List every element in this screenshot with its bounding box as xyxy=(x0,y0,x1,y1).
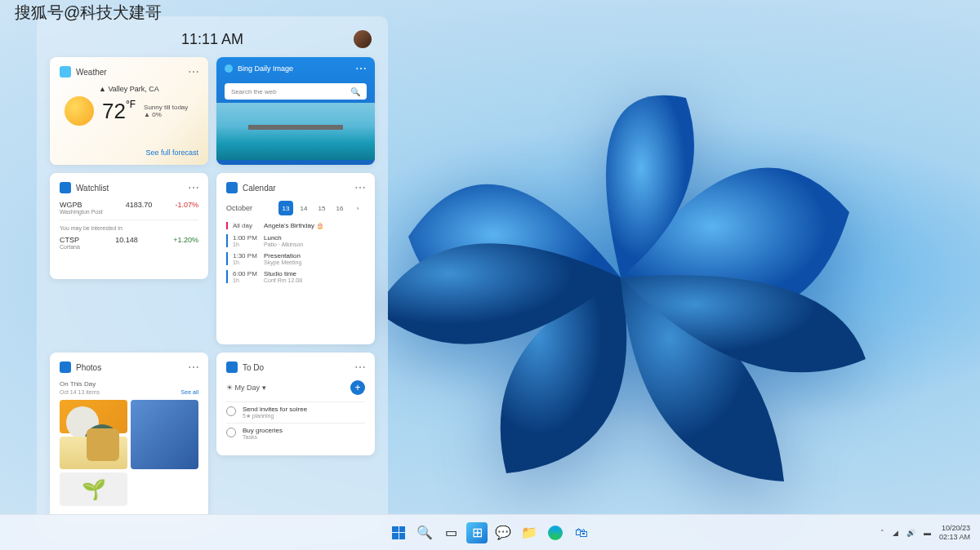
temperature: 72 xyxy=(102,99,126,123)
bing-icon xyxy=(225,64,233,73)
weather-widget[interactable]: Weather ⋯ ▲ Valley Park, CA 72°F Sunny t… xyxy=(50,57,208,165)
start-button[interactable] xyxy=(388,522,409,543)
widgets-icon[interactable]: ⊞ xyxy=(466,522,488,543)
taskbar: 🔍 ▭ ⊞ 💬 📁 🛍 ˄ ◢ 🔊 ▬ 10/20/23 02:13 AM xyxy=(0,514,980,550)
panel-time: 11:11 AM xyxy=(181,31,243,48)
more-icon[interactable]: ⋯ xyxy=(354,361,365,374)
todo-icon xyxy=(226,361,238,373)
widget-grid: Weather ⋯ ▲ Valley Park, CA 72°F Sunny t… xyxy=(50,57,375,524)
watermark-text: 搜狐号@科技犬建哥 xyxy=(15,2,162,24)
task-item[interactable]: Send invites for soiree5★ planning xyxy=(226,401,365,423)
widgets-panel: 11:11 AM Weather ⋯ ▲ Valley Park, CA 72°… xyxy=(37,16,388,530)
store-icon[interactable]: 🛍 xyxy=(571,522,592,543)
more-icon[interactable]: ⋯ xyxy=(354,181,365,194)
more-icon[interactable]: ⋯ xyxy=(188,181,198,194)
calendar-icon xyxy=(226,182,238,193)
edge-icon[interactable] xyxy=(545,522,566,543)
task-checkbox[interactable] xyxy=(226,406,236,416)
calendar-event[interactable]: All day Angela's Birthday 🎂 xyxy=(226,222,365,229)
photo-thumb[interactable] xyxy=(131,400,198,469)
wallpaper-bloom xyxy=(327,33,915,522)
photos-widget[interactable]: Photos ⋯ On This Day Oct 14 13 items See… xyxy=(50,353,208,524)
chat-icon[interactable]: 💬 xyxy=(492,522,514,543)
search-icon: 🔍 xyxy=(350,87,360,96)
volume-icon[interactable]: 🔊 xyxy=(906,529,915,537)
watchlist-widget[interactable]: Watchlist ⋯ WGPBWashington Post 4183.70 … xyxy=(50,173,208,279)
chevron-up-icon[interactable]: ˄ xyxy=(880,529,884,537)
bing-widget[interactable]: Bing Daily Image ⋯ Search the web 🔍 ● Ka… xyxy=(216,57,375,165)
desktop: 搜狐号@科技犬建哥 11:11 AM Weather ⋯ ▲ Valley Pa… xyxy=(0,0,980,550)
user-avatar[interactable] xyxy=(354,30,372,48)
photos-icon xyxy=(60,361,71,373)
cal-next-icon[interactable]: › xyxy=(350,201,365,215)
task-checkbox[interactable] xyxy=(226,428,236,437)
more-icon[interactable]: ⋯ xyxy=(355,62,367,75)
bing-search-input[interactable]: Search the web 🔍 xyxy=(225,83,367,100)
battery-icon[interactable]: ▬ xyxy=(924,529,931,537)
more-icon[interactable]: ⋯ xyxy=(188,65,198,78)
weather-title: Weather xyxy=(76,68,183,77)
photo-thumb[interactable] xyxy=(60,472,127,506)
calendar-event[interactable]: 1:30 PM1h PresentationSkype Meeting xyxy=(226,252,365,265)
panel-header: 11:11 AM xyxy=(50,28,375,51)
search-icon[interactable]: 🔍 xyxy=(414,522,435,543)
calendar-widget[interactable]: Calendar ⋯ October 13 14 15 16 › All day… xyxy=(216,173,375,344)
sun-icon xyxy=(65,96,94,126)
photo-thumb[interactable] xyxy=(60,437,127,470)
bing-image xyxy=(216,103,375,160)
system-tray[interactable]: ˄ ◢ 🔊 ▬ 10/20/23 02:13 AM xyxy=(880,524,970,542)
calendar-event[interactable]: 1:00 PM1h LunchPatio · Atkinson xyxy=(226,234,365,247)
cal-day[interactable]: 16 xyxy=(332,201,347,215)
see-all-link[interactable]: See all xyxy=(181,389,198,395)
cal-day[interactable]: 13 xyxy=(278,201,293,215)
add-task-button[interactable]: + xyxy=(350,380,365,395)
task-item[interactable]: Buy groceriesTasks xyxy=(226,423,365,443)
explorer-icon[interactable]: 📁 xyxy=(519,522,540,543)
todo-widget[interactable]: To Do ⋯ ☀ My Day ▾ + Send invites for so… xyxy=(216,353,375,455)
forecast-link[interactable]: See full forecast xyxy=(145,149,198,157)
cal-day[interactable]: 14 xyxy=(296,201,311,215)
task-view-icon[interactable]: ▭ xyxy=(440,522,461,543)
calendar-event[interactable]: 6:00 PM1h Studio timeConf Rm 12.08 xyxy=(226,270,365,283)
more-icon[interactable]: ⋯ xyxy=(188,361,198,374)
bing-caption: ● Kama Okinfu, Japan xyxy=(216,160,375,165)
cal-day[interactable]: 15 xyxy=(314,201,329,215)
watchlist-icon xyxy=(60,182,71,193)
weather-icon xyxy=(60,66,71,78)
weather-desc: Sunny till today xyxy=(144,104,188,111)
weather-location: ▲ Valley Park, CA xyxy=(60,85,198,93)
wifi-icon[interactable]: ◢ xyxy=(893,529,898,537)
